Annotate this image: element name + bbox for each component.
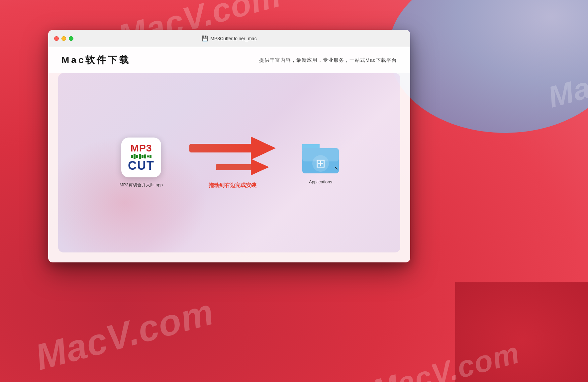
- window-title: 💾 MP3CutterJoiner_mac: [202, 35, 256, 42]
- svg-rect-0: [189, 144, 256, 152]
- wave-bar-4: [139, 154, 141, 159]
- waveform-bars: [131, 154, 151, 159]
- wave-bar-6: [144, 154, 146, 158]
- close-button[interactable]: [54, 36, 59, 41]
- wave-bar-2: [134, 154, 136, 159]
- app-icon-cut: CUT: [128, 160, 154, 172]
- window-content: Mac软件下载 提供丰富内容，最新应用，专业服务，一站式Mac下载平台 MP3: [48, 47, 410, 262]
- header-bar: Mac软件下载 提供丰富内容，最新应用，专业服务，一站式Mac下载平台: [48, 47, 410, 73]
- drag-instruction: 拖动到右边完成安装: [209, 182, 256, 189]
- installer-area[interactable]: MP3 CUT MP3剪切合并大师.app: [58, 73, 400, 252]
- site-title: Mac软件下载: [61, 54, 131, 66]
- folder-icon-container: ⊞ ↖: [302, 142, 339, 175]
- traffic-lights: [54, 36, 73, 41]
- svg-text:⊞: ⊞: [316, 156, 326, 170]
- bg-bottom-right-gradient: [455, 282, 588, 382]
- drag-arrow-small: [216, 159, 269, 175]
- app-icon: MP3 CUT: [121, 138, 161, 177]
- maximize-button[interactable]: [69, 36, 73, 41]
- wave-bar-8: [149, 155, 151, 158]
- applications-label: Applications: [309, 179, 332, 184]
- svg-marker-3: [251, 159, 269, 175]
- arrow-area: 拖动到右边完成安装: [189, 137, 276, 189]
- window-title-text: MP3CutterJoiner_mac: [210, 36, 256, 41]
- svg-rect-2: [216, 164, 254, 170]
- app-icon-mp3: MP3: [131, 143, 152, 153]
- wave-bar-3: [136, 155, 138, 158]
- wave-bar-1: [131, 155, 133, 158]
- title-bar: 💾 MP3CutterJoiner_mac: [48, 30, 410, 47]
- folder-icon-svg: ⊞: [302, 142, 339, 175]
- wave-bar-5: [142, 155, 144, 158]
- disk-icon: 💾: [202, 35, 208, 42]
- applications-folder-section: ⊞ ↖ Applications: [302, 142, 339, 184]
- site-subtitle: 提供丰富内容，最新应用，专业服务，一站式Mac下载平台: [259, 57, 397, 63]
- installer-inner: MP3 CUT MP3剪切合并大师.app: [120, 137, 339, 189]
- drag-arrow-big: [189, 137, 276, 160]
- minimize-button[interactable]: [61, 36, 66, 41]
- svg-marker-1: [251, 137, 276, 160]
- cursor-indicator: ↖: [334, 165, 338, 171]
- app-section: MP3 CUT MP3剪切合并大师.app: [120, 138, 163, 188]
- wave-bar-7: [147, 155, 149, 157]
- main-window: 💾 MP3CutterJoiner_mac Mac软件下载 提供丰富内容，最新应…: [48, 30, 410, 262]
- app-label: MP3剪切合并大师.app: [120, 182, 163, 188]
